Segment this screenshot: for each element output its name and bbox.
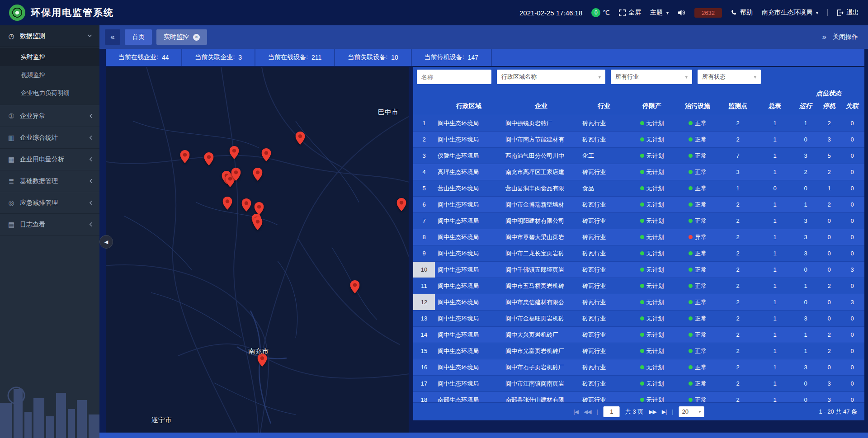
status-text: 异常 [695, 233, 707, 241]
next-page-button[interactable]: ▶▶ [649, 409, 656, 415]
column-header: 行业 [580, 98, 628, 115]
table-row[interactable]: 9阆中生态环境局阆中市二龙长宝页岩砖砖瓦行业无计划正常21300 [413, 245, 864, 262]
sidebar-item-video-monitor[interactable]: 视频监控 [0, 66, 99, 84]
map-canvas[interactable]: 巴中市南充市遂宁市 [106, 67, 409, 433]
status-dot [640, 235, 644, 239]
table-row[interactable]: 14阆中生态环境局阆中大兴页岩机砖厂砖瓦行业无计划正常21120 [413, 327, 864, 343]
map-pin[interactable] [253, 217, 262, 230]
table-row[interactable]: 11阆中生态环境局阆中市五马桥页岩机砖砖瓦行业无计划正常21120 [413, 278, 864, 294]
industry-filter-select[interactable]: 所有行业 ▾ [611, 70, 692, 84]
table-row[interactable]: 15阆中生态环境局阆中市光富页岩机砖厂砖瓦行业无计划正常21120 [413, 343, 864, 359]
map-pin[interactable] [241, 198, 251, 212]
row-stop: 2 [817, 278, 841, 294]
status-dot [689, 251, 693, 255]
map-pin[interactable] [296, 132, 305, 145]
status-text: 无计划 [646, 298, 664, 306]
table-row[interactable]: 18南部生态环境局南部县张仕山建材有限砖瓦行业无计划正常21030 [413, 392, 864, 402]
help-button[interactable]: 帮助 [731, 9, 753, 17]
status-filter-select[interactable]: 所有状态 ▾ [698, 70, 761, 84]
map-pin[interactable] [223, 197, 232, 210]
tab-close-icon[interactable]: ✕ [193, 34, 200, 41]
row-run: 2 [794, 164, 817, 180]
map-pin[interactable] [255, 202, 264, 215]
temperature-badge: 0 [591, 8, 600, 17]
status-dot [689, 365, 693, 369]
sidebar-section-enterprise-abnormal[interactable]: ①企业异常 [0, 105, 99, 127]
row-region: 阆中生态环境局 [435, 229, 503, 245]
tab-home[interactable]: 首页 [125, 29, 152, 45]
close-operations-button[interactable]: 关闭操作 [833, 33, 858, 41]
table-panel: 行政区域名称 ▾ 所有行业 ▾ 所有状态 ▾ [413, 67, 864, 420]
row-lost: 0 [841, 278, 863, 294]
row-lost: 0 [841, 359, 863, 375]
map-pin[interactable] [230, 146, 239, 159]
sidebar-section-data-monitoring[interactable]: ◷数据监测 [0, 25, 99, 47]
table-row[interactable]: 16阆中生态环境局阆中市石子页岩机砖厂砖瓦行业无计划正常21300 [413, 359, 864, 376]
tabs-scroll-left-button[interactable]: « [105, 29, 120, 45]
status-text: 正常 [695, 380, 707, 388]
row-meters: 1 [756, 197, 794, 212]
page-size-select[interactable]: 20 ▾ [679, 406, 704, 417]
first-page-button[interactable]: |◀ [574, 409, 578, 415]
theme-dropdown[interactable]: 主题 ▾ [650, 9, 669, 17]
table-row[interactable]: 5营山生态环境局营山县润丰肉食品有限食品无计划正常10010 [413, 180, 864, 197]
double-chevron-right-icon[interactable]: » [822, 33, 826, 42]
table-row[interactable]: 13阆中生态环境局阆中市金福旺页岩机砖砖瓦行业无计划正常21300 [413, 311, 864, 327]
map-pin[interactable] [396, 198, 406, 211]
map-pin[interactable] [262, 148, 271, 161]
row-region: 阆中生态环境局 [435, 359, 503, 375]
table-row[interactable]: 17阆中生态环境局阆中市江南镇阆南页岩砖瓦行业无计划正常21030 [413, 376, 864, 392]
table-row[interactable]: 6阆中生态环境局阆中市金博瑞新型墙材砖瓦行业无计划正常21120 [413, 197, 864, 213]
table-row[interactable]: 1阆中生态环境局阆中强锐页岩砖厂砖瓦行业无计划正常21120 [413, 115, 864, 132]
sidebar-section-base-data[interactable]: ≣基础数据管理 [0, 170, 99, 192]
sidebar-section-emergency-mgmt[interactable]: ◎应急减排管理 [0, 192, 99, 214]
row-meters: 1 [756, 376, 794, 391]
temperature: 0 ℃ [591, 8, 610, 17]
fullscreen-button[interactable]: 全屏 [619, 9, 641, 17]
sidebar-section-power-analysis[interactable]: ▦企业用电量分析 [0, 149, 99, 170]
map-pin[interactable] [204, 152, 213, 165]
page-number-input[interactable]: 1 [604, 406, 620, 417]
table-row[interactable]: 3仪陇生态环境局西南油气田分公司川中化工无计划正常71350 [413, 148, 864, 164]
sidebar-item-realtime-monitor[interactable]: 实时监控 [0, 48, 99, 66]
org-dropdown[interactable]: 南充市生态环境局 ▾ [762, 9, 818, 17]
tab-realtime[interactable]: 实时监控✕ [156, 29, 207, 45]
map-pin[interactable] [253, 168, 262, 181]
name-filter-input[interactable] [417, 70, 491, 84]
sidebar-item-power-load-detail[interactable]: 企业电力负荷明细 [0, 84, 99, 102]
table-row[interactable]: 8阆中生态环境局阆中市枣碧大梁山页岩砖瓦行业无计划异常21300 [413, 229, 864, 245]
map-pin[interactable] [350, 280, 360, 293]
sidebar-section-enterprise-stats[interactable]: ▥企业综合统计 [0, 127, 99, 149]
sidebar-section-label: 日志查看 [20, 221, 85, 229]
map-city-label: 遂宁市 [151, 416, 172, 424]
emergency-icon: ◎ [7, 199, 15, 207]
row-industry: 砖瓦行业 [580, 115, 628, 131]
table-row[interactable]: 10阆中生态环境局阆中千佛镇五郎垭页岩砖瓦行业无计划正常21003 [413, 262, 864, 278]
table-row[interactable]: 7阆中生态环境局阆中明阳建材有限公司砖瓦行业无计划正常21300 [413, 213, 864, 229]
row-run: 3 [794, 213, 817, 229]
status-dot [640, 333, 644, 337]
notice-count-badge[interactable]: 2632 [694, 8, 722, 18]
row-region: 阆中生态环境局 [435, 343, 503, 359]
sound-button[interactable] [678, 9, 685, 16]
pagination-controls: |◀ ◀◀ | 1 共 3 页 ▶▶ ▶| | 20 ▾ [574, 406, 704, 417]
map-pin[interactable] [180, 150, 189, 163]
table-group-header-row: 点位状态 [413, 87, 864, 98]
map-collapse-button[interactable]: ◀ [99, 235, 113, 249]
row-industry: 砖瓦行业 [580, 343, 628, 359]
header-right: 2021-02-25 17:46:18 0 ℃ 全屏 主题 ▾ 2632 [519, 8, 859, 18]
table-row[interactable]: 2阆中生态环境局阆中市南方节能建材有砖瓦行业无计划正常21030 [413, 132, 864, 148]
last-page-button[interactable]: ▶| [662, 409, 666, 415]
logout-button[interactable]: 退出 [837, 9, 859, 17]
table-row[interactable]: 4高坪生态环境局南充市高坪区王家店建砖瓦行业无计划正常31220 [413, 164, 864, 180]
prev-page-button[interactable]: ◀◀ [584, 409, 591, 415]
status-text: 无计划 [646, 363, 664, 372]
status-dot [689, 284, 693, 288]
sidebar-section-log-view[interactable]: ▤日志查看 [0, 214, 99, 235]
status-dot [640, 268, 644, 272]
row-stop: 0 [817, 213, 841, 229]
region-filter-select[interactable]: 行政区域名称 ▾ [497, 70, 605, 84]
table-row[interactable]: 12阆中生态环境局阆中市忠信建材有限公砖瓦行业无计划正常21003 [413, 294, 864, 311]
row-points: 2 [720, 197, 756, 212]
map-pin[interactable] [231, 168, 241, 181]
